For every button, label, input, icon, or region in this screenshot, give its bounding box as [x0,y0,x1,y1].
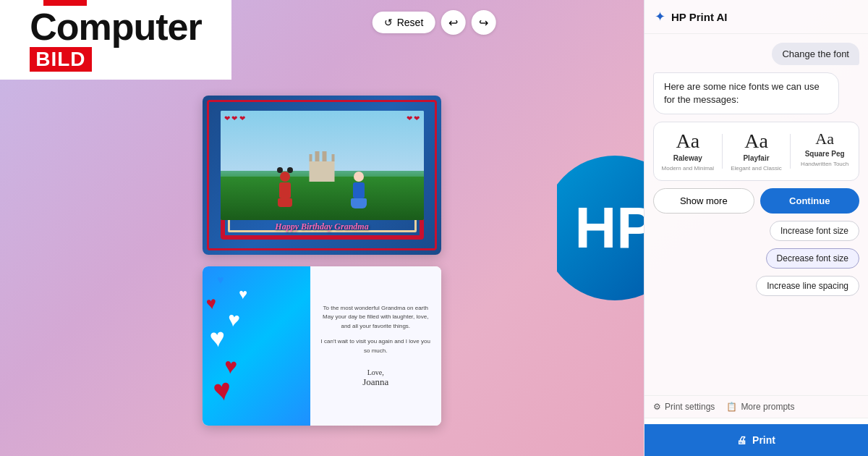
card-top-bg: ❤ ❤ ❤ ❤ ❤ Happy Birthday Grandma [203,96,441,255]
continue-button[interactable]: Continue [760,188,860,214]
birthday-card-top[interactable]: ❤ ❤ ❤ ❤ ❤ Happy Birthday Grandma [203,96,441,255]
sparkle-icon: ✦ [655,9,665,25]
settings-icon: ⚙ [653,402,661,412]
card-photo-area: ❤ ❤ ❤ ❤ ❤ [221,111,424,220]
card-signature: Love, Joanna [320,368,432,388]
ai-bubble: Here are some nice fonts we can use for … [653,72,839,114]
printer-icon: 🖨 [736,434,746,446]
panel-body: Change the font Here are some nice fonts… [644,34,868,395]
font-preview-squarepeg: Aa [815,131,834,147]
panel-header: ✦ HP Print AI [644,0,868,34]
font-divider-2 [790,134,791,169]
font-name-playfair: Playfair [743,154,769,162]
font-name-raleway: Raleway [673,154,702,162]
font-name-squarepeg: Square Peg [805,150,845,158]
font-option-playfair[interactable]: Aa Playfair Elegant and Classic [728,131,785,172]
text-area-card: To the most wonderful Grandma on earth M… [310,266,442,426]
font-options: Aa Raleway Modern and Minimal Aa Playfai… [653,122,859,181]
ai-panel: ✦ HP Print AI Change the font Here are s… [644,0,868,456]
birthday-text: Happy Birthday Grandma [275,221,368,232]
show-more-button[interactable]: Show more [653,188,754,214]
font-divider-1 [722,134,723,169]
font-option-raleway[interactable]: Aa Raleway Modern and Minimal [660,131,716,172]
cards-container: ❤ ❤ ❤ ❤ ❤ Happy Birthday Grandma ♥ ♥ ♥ ♥ [203,96,441,426]
user-bubble: Change the font [772,43,859,65]
canvas-area: ❤ ❤ ❤ ❤ ❤ Happy Birthday Grandma ♥ ♥ ♥ ♥ [0,0,644,456]
font-desc-raleway: Modern and Minimal [662,165,714,172]
more-prompts-item[interactable]: 📋 More prompts [726,402,794,412]
font-action-row: Show more Continue [653,188,859,214]
increase-line-chip[interactable]: Increase line spacing [756,276,859,296]
decrease-font-chip[interactable]: Decrease font size [766,248,859,269]
card-bottom-bg: ♥ ♥ ♥ ♥ ♥ ♥ ♥ To the most wonderful Gran… [203,266,441,426]
panel-title: HP Print AI [671,11,728,23]
birthday-card-bottom[interactable]: ♥ ♥ ♥ ♥ ♥ ♥ ♥ To the most wonderful Gran… [203,266,441,426]
font-desc-squarepeg: Handwritten Touch [801,161,848,167]
font-preview-playfair: Aa [744,131,768,151]
font-option-squarepeg[interactable]: Aa Square Peg Handwritten Touch [796,131,853,172]
prompts-icon: 📋 [726,402,737,412]
card-top-inner: ❤ ❤ ❤ ❤ ❤ Happy Birthday Grandma [215,105,430,245]
bottom-actions: ⚙ Print settings 📋 More prompts [644,395,868,418]
print-settings-item[interactable]: ⚙ Print settings [653,402,715,412]
print-button[interactable]: 🖨 Print [644,424,868,456]
hearts-area: ♥ ♥ ♥ ♥ ♥ ♥ ♥ [203,266,310,426]
card-message: To the most wonderful Grandma on earth M… [320,304,432,356]
increase-font-chip[interactable]: Increase font size [770,221,859,241]
font-desc-playfair: Elegant and Classic [731,165,782,172]
font-preview-raleway: Aa [676,131,700,151]
